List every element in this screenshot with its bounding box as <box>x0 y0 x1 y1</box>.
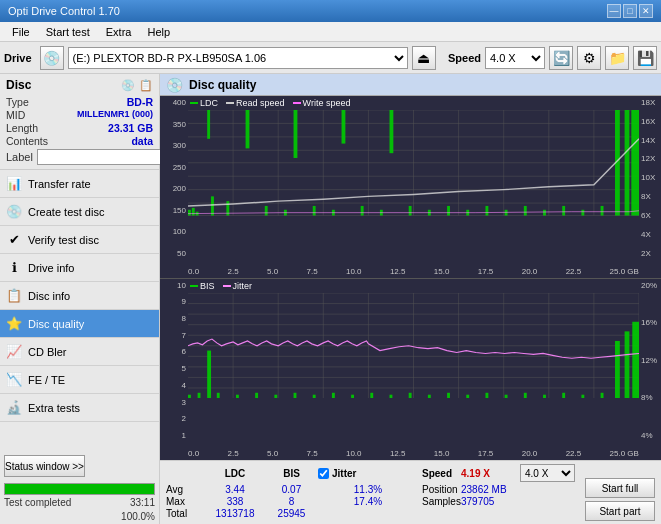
save-icon[interactable]: 💾 <box>633 46 657 70</box>
start-full-button[interactable]: Start full <box>585 478 655 498</box>
drive-select[interactable]: (E:) PLEXTOR BD-R PX-LB950SA 1.06 <box>68 47 408 69</box>
disc-quality-title: Disc quality <box>189 78 256 92</box>
status-window-button[interactable]: Status window >> <box>4 455 85 477</box>
drive-icon-btn[interactable]: 💿 <box>40 46 64 70</box>
main-layout: Disc 💿 📋 Type BD-R MID MILLENMR1 (000) L… <box>0 74 661 524</box>
sidebar-item-create-test-disc[interactable]: 💿 Create test disc <box>0 198 159 226</box>
total-samples: 379705 <box>461 496 516 507</box>
svg-rect-89 <box>524 392 527 398</box>
bottom-chart: BIS Jitter 10 9 8 7 6 5 4 3 <box>160 279 661 461</box>
progress-percent: 100.0% <box>121 511 155 522</box>
window-controls: — □ ✕ <box>607 4 653 18</box>
progress-area <box>0 481 159 497</box>
svg-rect-95 <box>625 331 630 398</box>
type-val: BD-R <box>127 96 153 108</box>
svg-rect-77 <box>294 392 297 398</box>
label-input[interactable] <box>37 149 170 165</box>
sidebar-item-disc-info[interactable]: 📋 Disc info <box>0 282 159 310</box>
top-chart-svg <box>188 110 639 216</box>
menu-file[interactable]: File <box>4 24 38 40</box>
content-area: 💿 Disc quality LDC Read speed <box>160 74 661 524</box>
svg-rect-41 <box>524 206 527 216</box>
bottom-chart-y-axis-right: 20% 16% 12% 8% 4% <box>639 279 661 443</box>
svg-rect-74 <box>236 394 239 398</box>
maximize-button[interactable]: □ <box>623 4 637 18</box>
sidebar-item-cd-bler[interactable]: 📈 CD Bler <box>0 338 159 366</box>
svg-rect-73 <box>217 392 220 398</box>
disc-quality-label: Disc quality <box>28 318 84 330</box>
sidebar-item-drive-info[interactable]: ℹ Drive info <box>0 254 159 282</box>
disc-extra-icon: 📋 <box>139 79 153 92</box>
eject-button[interactable]: ⏏ <box>412 46 436 70</box>
extra-tests-icon: 🔬 <box>6 400 22 415</box>
progress-bar-fill <box>5 484 154 494</box>
refresh-icon[interactable]: 🔄 <box>549 46 573 70</box>
speed-select[interactable]: 4.0 X <box>485 47 545 69</box>
svg-rect-82 <box>390 394 393 398</box>
svg-rect-70 <box>188 394 191 398</box>
close-button[interactable]: ✕ <box>639 4 653 18</box>
svg-rect-48 <box>631 110 639 216</box>
jitter-checkbox[interactable] <box>318 468 329 479</box>
sidebar-item-transfer-rate[interactable]: 📊 Transfer rate <box>0 170 159 198</box>
disc-info-icon: 📋 <box>6 288 22 303</box>
minimize-button[interactable]: — <box>607 4 621 18</box>
drive-label: Drive <box>4 52 32 64</box>
svg-rect-42 <box>543 210 546 216</box>
extra-tests-label: Extra tests <box>28 402 80 414</box>
sidebar-item-extra-tests[interactable]: 🔬 Extra tests <box>0 394 159 422</box>
legend-bis: BIS <box>200 281 215 291</box>
verify-test-label: Verify test disc <box>28 234 99 246</box>
menu-start-test[interactable]: Start test <box>38 24 98 40</box>
fe-te-label: FE / TE <box>28 374 65 386</box>
disc-icon: 💿 <box>121 79 135 92</box>
svg-rect-45 <box>601 206 604 216</box>
svg-rect-94 <box>615 340 620 398</box>
svg-rect-20 <box>192 208 195 216</box>
stats-speed-select[interactable]: 4.0 X <box>520 464 575 482</box>
fe-te-icon: 📉 <box>6 372 22 387</box>
legend-jitter: Jitter <box>233 281 253 291</box>
svg-rect-19 <box>188 210 191 216</box>
bottom-chart-svg <box>188 293 639 399</box>
svg-rect-91 <box>562 392 565 398</box>
status-text: Test completed <box>4 497 71 508</box>
top-chart-y-axis-left: 400 350 300 250 200 150 100 50 <box>160 96 188 260</box>
length-key: Length <box>6 122 38 134</box>
svg-rect-93 <box>601 392 604 398</box>
mid-val: MILLENMR1 (000) <box>77 109 153 121</box>
stats-header-jitter: Jitter <box>332 468 356 479</box>
svg-rect-37 <box>447 206 450 216</box>
sidebar-item-fe-te[interactable]: 📉 FE / TE <box>0 366 159 394</box>
create-test-icon: 💿 <box>6 204 22 219</box>
speed-label: Speed <box>448 52 481 64</box>
avg-label: Avg <box>166 484 201 495</box>
cd-bler-icon: 📈 <box>6 344 22 359</box>
settings-icon[interactable]: ⚙ <box>577 46 601 70</box>
folder-icon[interactable]: 📁 <box>605 46 629 70</box>
drive-bar: Drive 💿 (E:) PLEXTOR BD-R PX-LB950SA 1.0… <box>0 42 661 74</box>
max-jitter: 17.4% <box>318 496 418 507</box>
total-label: Total <box>166 508 201 519</box>
sidebar-item-disc-quality[interactable]: ⭐ Disc quality <box>0 310 159 338</box>
samples-label: Samples <box>422 496 457 507</box>
cd-bler-label: CD Bler <box>28 346 67 358</box>
nav-items: 📊 Transfer rate 💿 Create test disc ✔ Ver… <box>0 170 159 451</box>
bottom-chart-y-axis-left: 10 9 8 7 6 5 4 3 2 1 <box>160 279 188 443</box>
verify-test-icon: ✔ <box>6 232 22 247</box>
sidebar: Disc 💿 📋 Type BD-R MID MILLENMR1 (000) L… <box>0 74 160 524</box>
disc-panel: Disc 💿 📋 Type BD-R MID MILLENMR1 (000) L… <box>0 74 159 170</box>
menu-extra[interactable]: Extra <box>98 24 140 40</box>
menu-help[interactable]: Help <box>139 24 178 40</box>
avg-bis: 0.07 <box>269 484 314 495</box>
sidebar-item-verify-test-disc[interactable]: ✔ Verify test disc <box>0 226 159 254</box>
title-bar: Opti Drive Control 1.70 — □ ✕ <box>0 0 661 22</box>
stats-header-speed: Speed <box>422 468 457 479</box>
svg-rect-23 <box>211 196 214 215</box>
charts-wrapper: LDC Read speed Write speed 400 350 30 <box>160 96 661 460</box>
bottom-chart-x-axis: 0.0 2.5 5.0 7.5 10.0 12.5 15.0 17.5 20.0… <box>188 449 639 458</box>
stats-header-ldc: LDC <box>205 468 265 479</box>
start-part-button[interactable]: Start part <box>585 501 655 521</box>
svg-rect-84 <box>428 394 431 398</box>
max-position: 23862 MB <box>461 484 516 495</box>
